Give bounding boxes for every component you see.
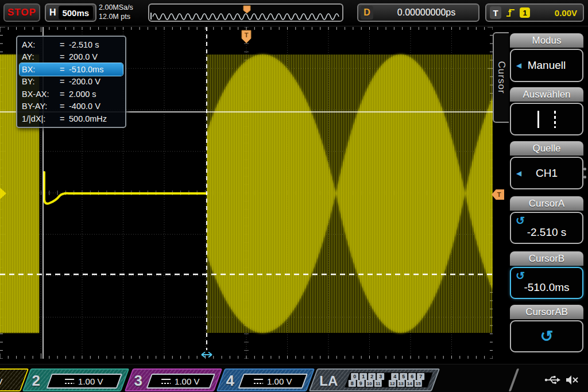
channel4-block[interactable]: 4 1.00 V	[216, 368, 315, 391]
channel2-block[interactable]: 2 1.00 V	[22, 368, 130, 391]
channel2-scale-box: 1.00 V	[47, 374, 122, 389]
status-icons	[544, 373, 580, 387]
channel4-scale-box: 1.00 V	[238, 374, 308, 389]
la-digit-box: 0123 4567 891011 12131415	[345, 372, 432, 387]
delay-label: D	[361, 6, 373, 20]
channel2-number: 2	[32, 372, 40, 390]
cursor-row-bx-selected: BX:=-510.0ms	[20, 63, 123, 76]
usb-icon	[545, 376, 560, 384]
channel3-number: 3	[134, 372, 142, 390]
svg-text:T: T	[245, 32, 249, 38]
channel-status-bar: V 2 1.00 V 3 1.00 V 4 1.00 V	[0, 364, 588, 392]
trigger-label: T	[490, 6, 501, 19]
dc-coupling-icon	[65, 379, 75, 384]
speaker-muted-icon	[566, 375, 578, 385]
trigger-level-value: 0.00V	[555, 8, 579, 18]
cursor-readout-panel: AX:=-2.510 s AY:=200.0 V BX:=-510.0ms BY…	[16, 36, 126, 128]
oscilloscope-screen: STOP H 500ms 2.00MSa/s 12.0M pts D 0.000…	[0, 0, 588, 392]
quelle-button[interactable]: ◀ CH1	[510, 157, 583, 189]
cursor-row-byay: BY-AY:=-400.0 V	[20, 100, 123, 113]
acquisition-info: 2.00MSa/s 12.0M pts	[99, 3, 133, 21]
h-label: H	[48, 7, 56, 18]
cursor-a-header: CursorA	[510, 196, 583, 211]
cursor-drag-arrow-icon[interactable]	[202, 352, 212, 358]
trigger-box: T 1 0.00V	[485, 3, 584, 22]
channel4-scale-value: 1.00 V	[267, 377, 292, 386]
cursor-a-solid-icon	[537, 111, 539, 128]
menu-tab-cursor[interactable]: Cursor	[493, 32, 509, 123]
cursor-row-by: BY:=-200.0 V	[20, 76, 123, 88]
rotate-knob-icon: ↺	[516, 214, 525, 227]
page-indicator-dot	[583, 168, 586, 170]
la-label: LA	[319, 373, 338, 389]
auswaehlen-button[interactable]	[510, 103, 583, 135]
rising-edge-icon	[505, 7, 516, 18]
modus-button[interactable]: ◀ Manuell	[510, 49, 583, 82]
top-status-bar: STOP H 500ms 2.00MSa/s 12.0M pts D 0.000…	[0, 0, 588, 26]
quelle-header: Quelle	[510, 141, 583, 156]
waveform-preview-bar	[148, 3, 343, 22]
channel2-scale-value: 1.00 V	[79, 377, 103, 386]
page-indicator-dot	[583, 176, 586, 178]
cursor-b-dashed-icon	[554, 111, 556, 128]
rotate-knob-icon: ↺	[516, 269, 525, 282]
cursor-row-freq: 1/|dX|:=500.0mHz	[20, 112, 123, 125]
divider	[509, 368, 520, 391]
channel4-number: 4	[226, 372, 234, 390]
sample-rate: 2.00MSa/s	[99, 3, 133, 12]
cursor-b-header: CursorB	[510, 251, 583, 266]
cursor-row-ay: AY:=200.0 V	[20, 51, 123, 64]
dc-coupling-icon	[162, 379, 171, 384]
preview-sine-icon	[149, 5, 342, 21]
timebase-value: 500ms	[59, 6, 93, 20]
memory-depth: 12.0M pts	[99, 12, 133, 21]
dc-coupling-icon	[254, 379, 263, 384]
cursor-b-button[interactable]: ↺ -510.0ms	[510, 267, 583, 299]
chevron-left-icon: ◀	[516, 169, 521, 177]
chevron-left-icon: ◀	[516, 61, 521, 69]
trigger-position-flag[interactable]: T	[242, 30, 251, 43]
channel1-value-fragment: V	[0, 377, 2, 386]
logic-analyzer-block[interactable]: LA 0123 4567 891011 12131415	[309, 368, 440, 391]
horizontal-timebase-box: H 500ms	[45, 3, 96, 22]
delay-value: 0.00000000ps	[377, 7, 476, 18]
run-state-label: STOP	[7, 7, 36, 18]
auswaehlen-header: Auswählen	[510, 87, 583, 102]
trigger-source-badge: 1	[520, 7, 530, 18]
delay-box: D 0.00000000ps	[357, 3, 479, 22]
trigger-level-marker[interactable]: T	[492, 189, 504, 200]
rotate-knob-icon: ↺	[540, 327, 554, 346]
channel3-block[interactable]: 3 1.00 V	[125, 368, 223, 391]
cursor-a-button[interactable]: ↺ -2.510 s	[510, 212, 583, 244]
cursor-ab-button[interactable]: ↺	[510, 320, 583, 352]
channel3-scale-value: 1.00 V	[175, 377, 200, 386]
cursor-row-ax: AX:=-2.510 s	[20, 38, 123, 51]
cursor-ab-header: CursorAB	[510, 305, 583, 319]
cursor-row-bxax: BX-AX:=2.000 s	[20, 88, 123, 100]
channel3-scale-box: 1.00 V	[146, 374, 215, 389]
modus-header: Modus	[510, 33, 583, 48]
run-state-indicator[interactable]: STOP	[3, 3, 40, 22]
